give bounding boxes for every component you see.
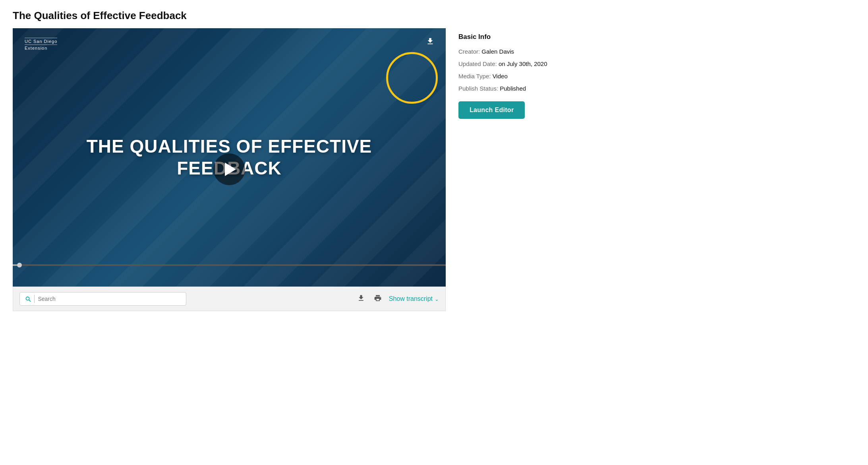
video-background: UC San Diego Extension THE QUALITIES OF … (13, 28, 446, 287)
basic-info-heading: Basic Info (458, 33, 843, 41)
uc-logo: UC San Diego Extension (25, 37, 57, 50)
download-button[interactable] (356, 293, 367, 306)
show-transcript-button[interactable]: Show transcript ⌄ (389, 295, 439, 302)
play-button-center[interactable] (213, 153, 245, 185)
video-player[interactable]: UC San Diego Extension THE QUALITIES OF … (13, 28, 446, 287)
progress-dot (17, 263, 22, 267)
print-button[interactable] (372, 293, 383, 306)
video-section: UC San Diego Extension THE QUALITIES OF … (13, 28, 446, 311)
bottom-bar: Show transcript ⌄ (13, 287, 446, 311)
launch-editor-button[interactable]: Launch Editor (458, 101, 525, 119)
main-layout: UC San Diego Extension THE QUALITIES OF … (13, 28, 855, 311)
yellow-circle-annotation (386, 52, 438, 104)
updated-date-row: Updated Date: on July 30th, 2020 (458, 60, 843, 67)
search-container[interactable] (19, 292, 186, 306)
search-input[interactable] (38, 296, 181, 302)
search-divider (34, 295, 35, 303)
download-icon[interactable] (426, 37, 435, 48)
search-icon (25, 295, 31, 302)
info-panel: Basic Info Creator: Galen Davis Updated … (446, 28, 855, 124)
creator-row: Creator: Galen Davis (458, 48, 843, 55)
publish-status-row: Publish Status: Published (458, 85, 843, 92)
chevron-down-icon: ⌄ (435, 296, 439, 302)
media-type-row: Media Type: Video (458, 73, 843, 79)
page-title: The Qualities of Effective Feedback (13, 10, 855, 22)
progress-bar[interactable] (13, 264, 446, 266)
